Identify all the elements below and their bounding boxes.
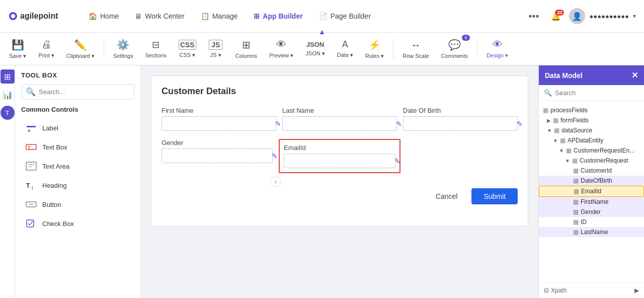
search-icon: 🔍 <box>26 87 36 97</box>
rules-button[interactable]: ⚡ Rules ▾ <box>360 36 389 62</box>
data-model-search-input[interactable] <box>555 89 639 97</box>
divider-2 <box>393 39 393 59</box>
preview-icon: 👁 <box>276 39 286 50</box>
toolbox-search-input[interactable] <box>39 88 130 96</box>
svg-rect-14 <box>27 220 34 227</box>
json-button[interactable]: JSON JSON ▾ <box>300 38 330 60</box>
clipboard-button[interactable]: ✏️ Clipboard ▾ <box>61 36 100 62</box>
data-model-search-box[interactable]: 🔍 <box>539 85 644 101</box>
tool-heading[interactable]: Tt Heading <box>21 176 134 195</box>
dob-field: Date Of Birth ✎ <box>403 107 518 131</box>
dm-LastName[interactable]: ▦ LastName <box>539 227 644 237</box>
sidebar-chart-icon[interactable]: 📊 <box>1 88 15 102</box>
lastname-input[interactable] <box>282 116 397 131</box>
print-button[interactable]: 🖨 Print ▾ <box>33 36 59 62</box>
textarea-icon <box>25 160 37 172</box>
toolbox-search-box[interactable]: 🔍 <box>21 84 134 100</box>
tool-button[interactable]: Button <box>21 195 134 214</box>
collapse-sidebar-button[interactable]: ‹ <box>270 176 281 187</box>
sidebar-pages-icon[interactable]: ⊞ <box>1 69 15 84</box>
submit-button[interactable]: Submit <box>471 188 518 204</box>
dm-CustomerId[interactable]: ▦ CustomerId <box>539 166 644 176</box>
print-icon: 🖨 <box>41 39 51 50</box>
dm-footer-arrow[interactable]: ▶ <box>634 287 639 294</box>
xpath-icon: ⊟ <box>544 287 549 294</box>
data-model-tree: ▦ processFields ▶ ▦ formFields ▼ ▦ dataS… <box>539 101 644 282</box>
textbox-icon: T <box>25 141 37 153</box>
dm-APDataEntity[interactable]: ▼ ▦ APDataEntity <box>539 135 644 145</box>
main-layout: ⊞ 📊 T TOOL BOX 🔍 Common Controls A Label… <box>0 65 644 298</box>
dm-DateOfBirth[interactable]: ▦ DateOfBirth <box>539 176 644 186</box>
gender-field: Gender ✎ <box>162 139 273 173</box>
json-icon: JSON <box>306 41 324 48</box>
data-model-header: Data Model ✕ <box>539 65 644 85</box>
data-model-panel: Data Model ✕ 🔍 ▦ processFields ▶ ▦ formF… <box>538 65 644 298</box>
grid-icon: ⊞ <box>254 12 260 20</box>
label-icon: A <box>25 122 37 134</box>
firstname-input[interactable] <box>162 116 276 131</box>
dm-CustomerRequestEn[interactable]: ▼ ▦ CustomerRequestEn... <box>539 145 644 156</box>
collapse-toolbar-button[interactable]: ▲ <box>318 28 326 36</box>
empty-field-3 <box>407 139 518 173</box>
dob-edit-icon[interactable]: ✎ <box>517 120 523 128</box>
user-name[interactable]: ●●●●●●●●●● <box>589 13 629 20</box>
columns-button[interactable]: ⊞ Columns <box>230 36 262 62</box>
data-model-close-button[interactable]: ✕ <box>631 70 638 80</box>
dm-FirstName[interactable]: ▦ FirstName <box>539 197 644 207</box>
tool-label[interactable]: A Label <box>21 118 134 137</box>
gender-input[interactable] <box>162 148 273 163</box>
comments-button[interactable]: 💬 0 Comments <box>436 36 473 62</box>
css-button[interactable]: CSS CSS ▾ <box>174 37 201 61</box>
lastname-edit-icon[interactable]: ✎ <box>396 120 402 128</box>
emailid-edit-icon[interactable]: ✎ <box>394 157 400 165</box>
js-button[interactable]: JS JS ▾ <box>203 37 228 61</box>
home-icon: 🏠 <box>89 12 97 20</box>
tool-textarea[interactable]: Text Area <box>21 157 134 176</box>
notifications-button[interactable]: 🔔 33 <box>547 8 565 25</box>
user-avatar[interactable]: 👤 <box>569 8 585 24</box>
settings-button[interactable]: ⚙️ Settings <box>108 36 138 62</box>
data-icon: A <box>342 39 348 50</box>
tool-checkbox[interactable]: Check Box <box>21 214 134 233</box>
dm-formFields[interactable]: ▶ ▦ formFields <box>539 115 644 125</box>
sidebar-user-icon[interactable]: T <box>1 106 15 120</box>
dm-EmailId[interactable]: ▦ EmailId <box>539 186 644 197</box>
settings-icon: ⚙️ <box>117 39 129 51</box>
nav-pagebuilder[interactable]: 📄 Page Builder <box>313 8 377 24</box>
save-button[interactable]: 💾 Save ▾ <box>4 36 31 62</box>
nav-manage[interactable]: 📋 Manage <box>195 8 244 24</box>
emailid-input[interactable] <box>284 154 395 168</box>
user-dropdown-icon[interactable]: ▾ <box>633 13 636 20</box>
nav-workcenter[interactable]: 🖥 Work Center <box>129 8 190 24</box>
design-button[interactable]: 👁 Design ▾ <box>481 36 513 62</box>
dm-processFields[interactable]: ▦ processFields <box>539 105 644 115</box>
rowscale-button[interactable]: ↔ Row Scale <box>397 36 434 62</box>
dm-ID[interactable]: ▦ ID <box>539 217 644 227</box>
more-nav-button[interactable]: ••• <box>524 7 543 26</box>
svg-text:t: t <box>32 185 33 190</box>
dm-CustomerRequest[interactable]: ▼ ▦ CustomerRequest <box>539 156 644 166</box>
gender-edit-icon[interactable]: ✎ <box>272 152 278 160</box>
nav-home[interactable]: 🏠 Home <box>83 8 125 24</box>
left-sidebar: ⊞ 📊 T <box>0 65 15 298</box>
toolbox-title: TOOL BOX <box>21 71 134 79</box>
sections-button[interactable]: ⊟ Sections <box>140 36 172 61</box>
svg-rect-7 <box>26 162 36 170</box>
tool-textbox[interactable]: T Text Box <box>21 137 134 157</box>
form-actions: Cancel Submit <box>162 183 518 204</box>
sections-icon: ⊟ <box>152 39 159 50</box>
cancel-button[interactable]: Cancel <box>428 188 466 204</box>
dob-input[interactable] <box>403 116 518 131</box>
common-controls-label: Common Controls <box>21 106 134 113</box>
data-button[interactable]: A Data ▾ <box>332 36 358 61</box>
monitor-icon: 🖥 <box>135 12 142 20</box>
logo[interactable]: agilepoint <box>8 7 68 25</box>
dm-dataSource[interactable]: ▼ ▦ dataSource <box>539 125 644 135</box>
dm-Gender[interactable]: ▦ Gender <box>539 207 644 217</box>
firstname-edit-icon[interactable]: ✎ <box>275 120 281 128</box>
nav-appbuilder[interactable]: ⊞ App Builder <box>248 8 308 24</box>
checkbox-icon <box>25 217 37 230</box>
button-icon <box>25 198 37 210</box>
svg-text:A: A <box>28 128 31 133</box>
preview-button[interactable]: 👁 Preview ▾ <box>264 36 298 62</box>
